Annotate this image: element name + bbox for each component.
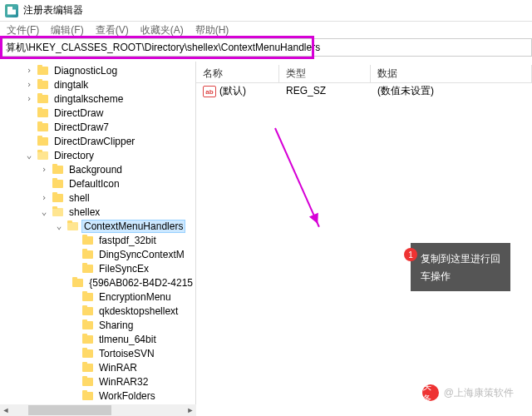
folder-icon: [81, 319, 95, 331]
folder-icon: [81, 390, 95, 402]
scroll-thumb[interactable]: [28, 405, 111, 415]
value-name: (默认): [219, 85, 246, 97]
annotation-text: 复制到这里进行回车操作: [421, 253, 500, 282]
watermark-icon: 头条: [422, 384, 439, 401]
tree-item[interactable]: FileSyncEx: [96, 263, 151, 275]
tree-item[interactable]: shell: [66, 192, 92, 204]
tree-item[interactable]: WinRAR32: [96, 376, 150, 388]
collapse-icon[interactable]: ⌄: [53, 220, 65, 231]
tree-item[interactable]: Sharing: [96, 319, 135, 331]
tree-item[interactable]: qkdesktopshellext: [96, 305, 180, 317]
folder-icon: [52, 206, 65, 218]
tree-item[interactable]: DefaultIcon: [66, 178, 122, 190]
tree-item[interactable]: EncryptionMenu: [96, 291, 174, 303]
tree-item[interactable]: dingtalk: [52, 79, 91, 91]
annotation-callout: 1 复制到这里进行回车操作: [411, 243, 510, 291]
expand-icon[interactable]: ›: [23, 93, 35, 104]
menu-help[interactable]: 帮助(H): [195, 23, 229, 37]
collapse-icon[interactable]: ⌄: [38, 206, 50, 217]
tree-panel[interactable]: ›DiagnosticLog ›dingtalk ›dingtalkscheme…: [0, 62, 196, 404]
folder-icon: [81, 249, 95, 260]
folder-icon: [81, 291, 95, 303]
col-name[interactable]: 名称: [196, 65, 279, 82]
folder-icon: [52, 164, 65, 176]
folder-icon: [52, 178, 65, 190]
tree-item-selected[interactable]: ContextMenuHandlers: [81, 220, 185, 233]
folder-icon: [81, 376, 95, 388]
tree-item[interactable]: DirectDraw7: [52, 121, 111, 133]
folder-icon: [37, 107, 50, 119]
expand-icon[interactable]: ›: [23, 65, 35, 76]
values-panel[interactable]: 名称 类型 数据 ab(默认) REG_SZ (数值未设置): [196, 62, 532, 404]
folder-icon: [81, 348, 95, 359]
menu-edit[interactable]: 编辑(F): [51, 23, 83, 37]
menu-view[interactable]: 查看(V): [96, 23, 129, 37]
folder-icon: [81, 263, 95, 275]
folder-icon: [81, 362, 95, 374]
tree-item[interactable]: fastpdf_32bit: [96, 235, 159, 246]
watermark-text: @上海康策软件: [444, 386, 514, 400]
folder-icon: [52, 192, 65, 204]
tree-item[interactable]: WorkFolders: [96, 390, 158, 402]
tree-item[interactable]: DingSyncContextM: [96, 249, 187, 260]
tree-item[interactable]: DirectDrawClipper: [52, 136, 137, 147]
tree-item[interactable]: tlmenu_64bit: [96, 334, 159, 345]
folder-icon: [37, 93, 50, 105]
tree-item[interactable]: DiagnosticLog: [52, 65, 120, 77]
folder-icon: [81, 334, 95, 345]
value-data: (数值未设置): [371, 84, 532, 98]
col-type[interactable]: 类型: [279, 65, 371, 82]
horizontal-scrollbar[interactable]: ◄ ►: [0, 404, 196, 416]
tree-item[interactable]: DirectDraw: [52, 107, 106, 119]
tree-item[interactable]: WinRAR: [96, 362, 140, 374]
expand-icon[interactable]: ›: [23, 79, 35, 90]
folder-icon: [81, 235, 95, 246]
scroll-left-icon[interactable]: ◄: [0, 404, 12, 416]
collapse-icon[interactable]: ⌄: [23, 150, 35, 161]
menu-file[interactable]: 文件(F): [7, 23, 39, 37]
folder-icon: [71, 277, 85, 289]
menu-bar: 文件(F) 编辑(F) 查看(V) 收藏夹(A) 帮助(H): [0, 22, 532, 38]
menu-favorites[interactable]: 收藏夹(A): [140, 23, 184, 37]
folder-icon: [81, 305, 95, 317]
tree-item[interactable]: Background: [66, 164, 125, 176]
regedit-icon: [5, 4, 18, 17]
folder-icon: [66, 220, 80, 232]
tree-item[interactable]: {596AB062-B4D2-4215: [86, 277, 195, 289]
string-icon: ab: [203, 86, 216, 97]
expand-icon[interactable]: ›: [38, 164, 50, 175]
col-data[interactable]: 数据: [371, 65, 532, 82]
folder-icon: [37, 121, 50, 133]
expand-icon[interactable]: ›: [38, 192, 50, 203]
tree-item[interactable]: shellex: [66, 206, 102, 218]
folder-icon: [37, 65, 50, 77]
value-row[interactable]: ab(默认) REG_SZ (数值未设置): [196, 83, 532, 98]
scroll-right-icon[interactable]: ►: [185, 404, 196, 416]
watermark: 头条 @上海康策软件: [422, 384, 514, 401]
tree-item[interactable]: Directory: [52, 150, 96, 161]
folder-icon: [37, 79, 50, 91]
value-type: REG_SZ: [279, 85, 371, 97]
folder-icon: [37, 150, 50, 161]
annotation-badge: 1: [404, 248, 417, 261]
folder-icon: [37, 136, 50, 147]
tree-item[interactable]: dingtalkscheme: [52, 93, 126, 105]
tree-item[interactable]: TortoiseSVN: [96, 348, 157, 359]
window-title: 注册表编辑器: [23, 3, 83, 17]
address-bar[interactable]: [0, 38, 532, 57]
